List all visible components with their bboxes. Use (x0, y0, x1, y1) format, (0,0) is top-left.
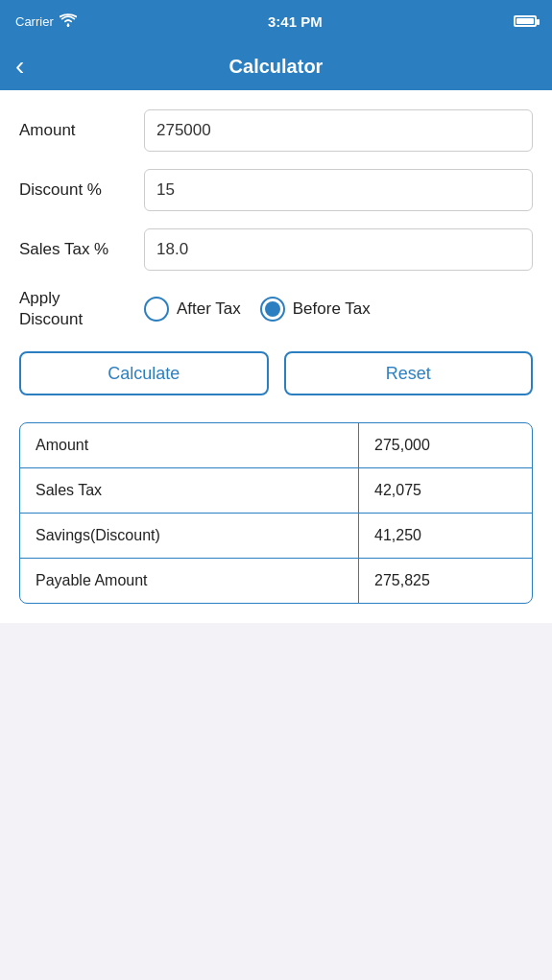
discount-input[interactable] (144, 169, 533, 211)
amount-row: Amount (19, 109, 533, 152)
status-bar: Carrier 3:41 PM (0, 0, 552, 42)
discount-label: Discount % (19, 179, 144, 201)
wifi-icon (60, 13, 77, 30)
apply-discount-row: ApplyDiscount After Tax Before Tax (19, 288, 533, 330)
table-cell-label: Sales Tax (20, 468, 359, 513)
sales-tax-input[interactable] (144, 228, 533, 271)
discount-row: Discount % (19, 169, 533, 211)
radio-after-tax-circle[interactable] (144, 297, 169, 322)
table-row: Savings(Discount)41,250 (20, 514, 532, 559)
table-row: Payable Amount275,825 (20, 559, 532, 603)
radio-before-tax-label: Before Tax (293, 299, 371, 319)
radio-before-tax-circle[interactable] (260, 297, 285, 322)
table-row: Sales Tax42,075 (20, 468, 532, 514)
nav-title: Calculator (229, 56, 324, 78)
table-cell-value: 42,075 (359, 468, 532, 513)
calculate-button[interactable]: Calculate (19, 351, 269, 395)
sales-tax-label: Sales Tax % (19, 239, 144, 260)
nav-bar: ‹ Calculator (0, 42, 552, 90)
status-bar-right (514, 15, 537, 27)
svg-point-0 (66, 24, 69, 27)
sales-tax-row: Sales Tax % (19, 228, 533, 271)
carrier-label: Carrier (15, 14, 54, 29)
amount-input[interactable] (144, 109, 533, 152)
table-cell-label: Amount (20, 423, 359, 467)
radio-after-tax[interactable]: After Tax (144, 297, 241, 322)
button-row: Calculate Reset (19, 351, 533, 395)
battery-icon (514, 15, 537, 27)
radio-after-tax-label: After Tax (177, 299, 241, 319)
table-cell-label: Savings(Discount) (20, 514, 359, 558)
apply-discount-label: ApplyDiscount (19, 288, 144, 330)
content-area: Amount Discount % Sales Tax % ApplyDisco… (0, 90, 552, 623)
table-cell-value: 275,000 (359, 423, 532, 467)
amount-label: Amount (19, 120, 144, 141)
table-row: Amount275,000 (20, 423, 532, 468)
radio-options: After Tax Before Tax (144, 297, 533, 322)
back-button[interactable]: ‹ (15, 53, 24, 80)
status-bar-left: Carrier (15, 13, 77, 30)
results-table: Amount275,000Sales Tax42,075Savings(Disc… (19, 422, 533, 604)
table-cell-value: 275,825 (359, 559, 532, 603)
radio-before-tax[interactable]: Before Tax (260, 297, 371, 322)
reset-button[interactable]: Reset (284, 351, 534, 395)
table-cell-value: 41,250 (359, 514, 532, 558)
status-bar-time: 3:41 PM (268, 13, 323, 30)
table-cell-label: Payable Amount (20, 559, 359, 603)
